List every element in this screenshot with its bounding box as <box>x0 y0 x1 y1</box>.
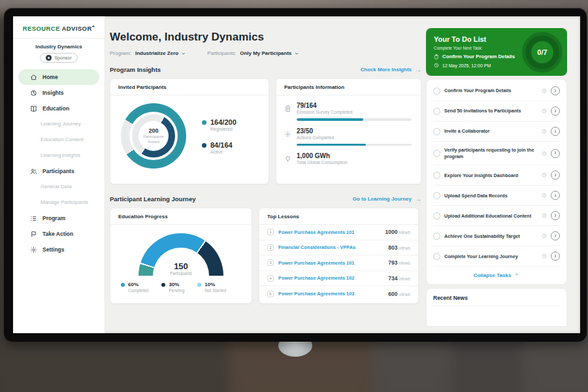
lesson-link[interactable]: Power Purchase Agreements 103 <box>278 291 384 297</box>
progress-bar <box>297 118 412 121</box>
lesson-row[interactable]: 2 Financial Considerations - VPPAs 803 v… <box>259 240 418 256</box>
legend-pending: 30% Pending <box>161 282 184 293</box>
task-checkbox[interactable] <box>433 150 440 157</box>
task-chevron-button[interactable]: › <box>551 252 560 261</box>
sidebar-item-label: Take Action <box>42 231 73 237</box>
sidebar-item-label: Participants <box>42 168 74 174</box>
sidebar-nav: Home Insights Education Learning Journey… <box>13 69 105 257</box>
task-chevron-button[interactable]: › <box>551 171 560 180</box>
bulb-icon <box>284 154 291 161</box>
lesson-link[interactable]: Power Purchase Agreements 101 <box>278 229 381 235</box>
task-row[interactable]: Send 50 Invitations to Participants › <box>433 101 560 122</box>
lesson-row[interactable]: 5 Power Purchase Agreements 103 600 view… <box>259 286 418 302</box>
progress-fill <box>297 144 366 146</box>
progress-bar <box>297 144 412 146</box>
lesson-rank-badge: 3 <box>267 259 274 266</box>
monitor-bezel: RESOURCE ADVISOR+ Industry Dynamics Spon… <box>4 8 587 342</box>
divider <box>13 38 105 39</box>
task-chevron-button[interactable]: › <box>551 211 560 220</box>
actions-icon <box>284 129 291 136</box>
sidebar-item-participants[interactable]: Participants <box>18 163 99 179</box>
recent-news-title: Recent News <box>433 295 560 306</box>
task-chevron-button[interactable]: › <box>551 86 560 95</box>
task-row[interactable]: Achieve One Sustainability Target › <box>433 226 560 246</box>
task-checkbox[interactable] <box>433 192 440 199</box>
task-chevron-button[interactable]: › <box>551 106 560 116</box>
task-row[interactable]: Explore Your Insights Dashboard › <box>433 165 560 186</box>
education-legend: 60% Completed 30% Pending 10% <box>110 282 252 293</box>
legend-not-started: 10% Not Started <box>197 282 226 293</box>
program-icon <box>30 215 37 222</box>
sidebar-item-general-data[interactable]: General Data <box>18 179 99 195</box>
not-started-dot <box>197 283 201 287</box>
task-checkbox[interactable] <box>433 108 440 115</box>
participants-information-card: Participants Information 79/164 Emission… <box>276 78 421 184</box>
sidebar-item-take-action[interactable]: Take Action <box>18 226 99 242</box>
lesson-row[interactable]: 3 Power Purchase Agreements 101 793 view… <box>259 255 418 271</box>
task-row[interactable]: Upload Spend Data Records › <box>433 186 560 206</box>
legend-completed: 60% Completed <box>121 282 148 293</box>
sidebar-item-settings[interactable]: Settings <box>18 242 99 257</box>
task-checkbox[interactable] <box>433 233 440 240</box>
sidebar-item-program[interactable]: Program <box>18 210 99 226</box>
home-icon <box>30 74 37 81</box>
task-checkbox[interactable] <box>433 212 440 220</box>
collapse-tasks-link[interactable]: Collapse Tasks <box>433 267 560 282</box>
legend-active: 84/164 Active <box>202 141 237 154</box>
task-chevron-button[interactable]: › <box>551 127 560 136</box>
actions-completed-row: 23/50 Actions Completed <box>284 127 412 146</box>
active-dot <box>202 143 206 148</box>
task-chevron-button[interactable]: › <box>551 149 560 158</box>
sidebar-item-learning-insights[interactable]: Learning Insights <box>18 148 99 163</box>
sidebar-item-manage-participants[interactable]: Manage Participants <box>18 195 99 210</box>
task-checkbox[interactable] <box>433 253 440 260</box>
task-row[interactable]: Invite a Collaborator › <box>433 122 560 142</box>
clock-icon <box>434 63 439 68</box>
program-select-value: Industrialize Zero <box>135 50 178 56</box>
program-select[interactable]: Industrialize Zero <box>135 50 186 56</box>
invited-total: 200 <box>148 127 158 134</box>
clock-icon <box>542 193 547 198</box>
todo-progress-count: 0/7 <box>537 48 547 56</box>
filter-bar: Program: Industrialize Zero Participants… <box>110 50 421 56</box>
card-title: Participants Information <box>276 79 421 95</box>
go-to-learning-journey-link[interactable]: Go to Learning Journey → <box>353 195 421 203</box>
participants-select-value: Only My Participants <box>240 50 291 56</box>
invited-participants-donut: 200 Participants Invited <box>121 103 186 169</box>
lesson-link[interactable]: Power Purchase Agreements 101 <box>278 260 384 266</box>
arrow-right-icon: → <box>415 195 421 203</box>
task-row[interactable]: Verify participants requesting to join t… <box>433 142 560 165</box>
sidebar-item-home[interactable]: Home <box>18 69 99 85</box>
sidebar-item-learning-journey[interactable]: Learning Journey <box>18 116 99 132</box>
clock-icon <box>542 108 547 114</box>
lesson-link[interactable]: Power Purchase Agreements 102 <box>278 275 384 281</box>
card-title: Top Lessons <box>259 208 418 225</box>
settings-icon <box>30 246 37 253</box>
lesson-row[interactable]: 4 Power Purchase Agreements 102 734 view… <box>259 271 418 287</box>
lesson-rank-badge: 2 <box>267 244 274 251</box>
chevron-down-icon <box>181 51 186 56</box>
task-checkbox[interactable] <box>433 172 440 179</box>
sidebar-item-education-content[interactable]: Education Content <box>18 132 99 148</box>
lesson-row[interactable]: 1 Power Purchase Agreements 101 1000 vie… <box>259 225 418 240</box>
task-checkbox[interactable] <box>433 88 440 95</box>
lesson-link[interactable]: Financial Considerations - VPPAs <box>278 244 384 250</box>
completed-dot <box>121 283 125 287</box>
main-content: Welcome, Industry Dynamics Program: Indu… <box>110 16 421 333</box>
task-row[interactable]: Upload Additional Educational Content › <box>433 206 560 226</box>
chevron-up-icon <box>514 272 519 278</box>
task-row[interactable]: Confirm Your Program Details › <box>433 81 560 101</box>
sponsor-icon <box>46 55 52 61</box>
sidebar-item-education[interactable]: Education <box>18 101 99 116</box>
participants-select[interactable]: Only My Participants <box>240 50 299 56</box>
sidebar-item-label: Education <box>42 105 69 112</box>
task-row[interactable]: Complete Your Learning Journey › <box>433 246 560 267</box>
task-checkbox[interactable] <box>433 128 440 135</box>
check-more-insights-link[interactable]: Check More Insights → <box>361 66 421 73</box>
education-progress-gauge: 150 Participants <box>139 233 223 276</box>
logo-resource: RESOURCE <box>23 25 60 32</box>
task-chevron-button[interactable]: › <box>551 191 560 200</box>
sidebar-item-insights[interactable]: Insights <box>18 85 99 101</box>
clock-icon <box>542 253 547 259</box>
task-chevron-button[interactable]: › <box>551 231 560 240</box>
